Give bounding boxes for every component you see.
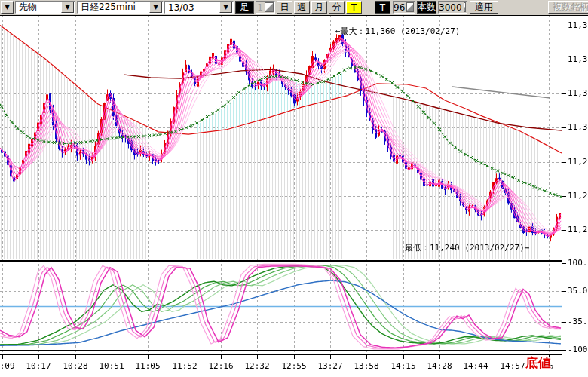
- time-axis-label: 10:09: [0, 361, 20, 371]
- multi-symbol-label: 複数銘柄: [553, 1, 588, 14]
- chevron-down-icon[interactable]: ▼: [149, 2, 162, 13]
- symbol-name-combo[interactable]: 日経225mini ▼: [77, 1, 164, 14]
- bottom-price-label: 底値: [525, 354, 551, 372]
- price-axis-label: 11,265: [568, 191, 588, 201]
- period-day-button[interactable]: 日: [277, 1, 292, 14]
- oscillator-axis-label: 35.00: [568, 286, 588, 296]
- oscillator-axis-label: -100.00: [568, 345, 588, 354]
- tick-count-value: 96: [394, 2, 406, 13]
- toolbar: ▼ 先物 ▼ 日経225mini ▼ 13/03 ▼ 足 1 日 週 月 分 T…: [0, 0, 588, 16]
- interval-stepper[interactable]: 1: [256, 1, 275, 14]
- interval-value: 1: [256, 2, 265, 13]
- contract-month-value: 13/03: [168, 2, 219, 13]
- chevron-down-icon[interactable]: ▼: [61, 2, 74, 13]
- time-axis-label: 13:27: [312, 361, 348, 371]
- spinner-icon[interactable]: [464, 2, 466, 12]
- nav-dropdown-button[interactable]: ▼: [1, 1, 14, 14]
- min-price-annotation: 最低：11,240 (2013/02/27)→: [405, 242, 529, 253]
- price-axis-label: 11,325: [568, 88, 588, 98]
- time-axis-label: 14:15: [385, 361, 421, 371]
- bars-count-value: 3000: [439, 2, 464, 13]
- period-week-button[interactable]: 週: [294, 1, 310, 14]
- chevron-down-icon[interactable]: ▼: [219, 2, 232, 13]
- time-axis-label: 12:32: [239, 361, 275, 371]
- symbol-type-value: 先物: [19, 1, 61, 14]
- trading-app-window: ▼ 先物 ▼ 日経225mini ▼ 13/03 ▼ 足 1 日 週 月 分 T…: [0, 0, 588, 377]
- time-axis-label: 11:05: [130, 361, 166, 371]
- time-axis-label: 14:28: [421, 361, 458, 371]
- time-axis-label: 10:28: [57, 361, 93, 371]
- price-axis-label: 11,305: [568, 122, 588, 132]
- price-axis-label: 11,245: [568, 225, 588, 234]
- time-axis-label: 12:55: [276, 361, 312, 371]
- price-chart-canvas[interactable]: [0, 0, 588, 377]
- time-axis-label: 10:51: [93, 361, 130, 371]
- period-minute-button[interactable]: 分: [329, 1, 345, 14]
- chevron-down-icon: ▼: [5, 4, 9, 11]
- price-axis-label: 11,285: [568, 157, 588, 167]
- ashi-label-button[interactable]: 足: [235, 1, 254, 14]
- bars-count-stepper[interactable]: 3000: [438, 1, 467, 14]
- time-axis-label: 14:44: [458, 361, 494, 371]
- apply-button[interactable]: 適用: [470, 1, 498, 14]
- symbol-type-combo[interactable]: 先物 ▼: [15, 1, 75, 14]
- spinner-icon[interactable]: [265, 2, 274, 12]
- contract-month-combo[interactable]: 13/03 ▼: [164, 1, 234, 14]
- time-axis-label: 10:17: [20, 361, 57, 371]
- price-axis-label: 11,365: [568, 20, 588, 30]
- time-axis-label: 13:58: [348, 361, 384, 371]
- max-price-annotation: ←最大：11,360 (2013/02/27): [335, 26, 460, 37]
- time-axis-label: 11:52: [167, 361, 203, 371]
- price-axis-label: 11,345: [568, 54, 588, 64]
- multi-symbol-button[interactable]: 複数銘柄: [548, 1, 588, 14]
- tick-mode-button[interactable]: T: [346, 1, 362, 14]
- oscillator-axis-label: 100.00: [568, 258, 588, 268]
- tick-count-stepper[interactable]: 96: [393, 1, 415, 14]
- spinner-icon[interactable]: [406, 2, 414, 12]
- period-month-button[interactable]: 月: [311, 1, 327, 14]
- symbol-name-value: 日経225mini: [81, 1, 149, 14]
- bars-label: 本数: [417, 1, 436, 14]
- time-axis-label: 12:16: [203, 361, 239, 371]
- tick-label: T: [375, 1, 390, 14]
- oscillator-axis-label: -35.00: [568, 317, 588, 326]
